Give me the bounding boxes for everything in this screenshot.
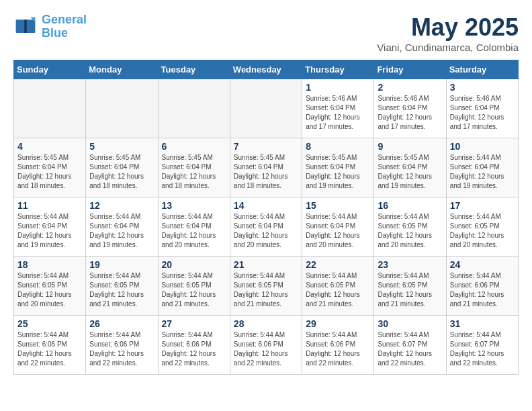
day-info: Sunrise: 5:44 AM Sunset: 6:04 PM Dayligh… — [450, 153, 515, 191]
header-saturday: Saturday — [446, 60, 518, 79]
logo-icon — [13, 15, 38, 39]
day-info: Sunrise: 5:46 AM Sunset: 6:04 PM Dayligh… — [378, 94, 442, 132]
calendar-cell: 17Sunrise: 5:44 AM Sunset: 6:05 PM Dayli… — [446, 197, 518, 257]
day-info: Sunrise: 5:46 AM Sunset: 6:04 PM Dayligh… — [306, 94, 370, 132]
day-number: 3 — [450, 82, 515, 93]
day-info: Sunrise: 5:45 AM Sunset: 6:04 PM Dayligh… — [162, 153, 226, 191]
day-info: Sunrise: 5:45 AM Sunset: 6:04 PM Dayligh… — [234, 153, 298, 191]
header-monday: Monday — [86, 60, 158, 79]
calendar-cell: 20Sunrise: 5:44 AM Sunset: 6:05 PM Dayli… — [158, 257, 230, 316]
calendar-subtitle: Viani, Cundinamarca, Colombia — [377, 42, 519, 53]
calendar-cell: 21Sunrise: 5:44 AM Sunset: 6:05 PM Dayli… — [230, 257, 302, 316]
logo-line2: Blue — [42, 26, 68, 40]
day-info: Sunrise: 5:44 AM Sunset: 6:05 PM Dayligh… — [234, 271, 298, 309]
calendar-title: May 2025 — [377, 13, 519, 42]
logo-line1: General — [42, 13, 87, 26]
day-number: 18 — [17, 259, 82, 270]
calendar-cell: 25Sunrise: 5:44 AM Sunset: 6:06 PM Dayli… — [14, 316, 86, 375]
calendar-header: Sunday Monday Tuesday Wednesday Thursday… — [14, 60, 519, 79]
calendar-cell: 28Sunrise: 5:44 AM Sunset: 6:06 PM Dayli… — [230, 316, 302, 375]
day-info: Sunrise: 5:44 AM Sunset: 6:05 PM Dayligh… — [378, 212, 442, 250]
week-row-2: 4Sunrise: 5:45 AM Sunset: 6:04 PM Daylig… — [14, 138, 519, 197]
day-number: 11 — [17, 200, 82, 211]
calendar-cell — [158, 79, 230, 138]
day-info: Sunrise: 5:44 AM Sunset: 6:05 PM Dayligh… — [306, 271, 370, 309]
day-info: Sunrise: 5:44 AM Sunset: 6:05 PM Dayligh… — [17, 271, 82, 309]
calendar-cell: 1Sunrise: 5:46 AM Sunset: 6:04 PM Daylig… — [302, 79, 374, 138]
svg-rect-2 — [26, 19, 35, 33]
header-sunday: Sunday — [14, 60, 86, 79]
day-info: Sunrise: 5:44 AM Sunset: 6:06 PM Dayligh… — [162, 330, 226, 368]
calendar-cell: 9Sunrise: 5:45 AM Sunset: 6:04 PM Daylig… — [374, 138, 446, 197]
day-number: 8 — [306, 141, 370, 152]
header-tuesday: Tuesday — [158, 60, 230, 79]
page-header: General Blue May 2025 Viani, Cundinamarc… — [13, 13, 519, 53]
day-number: 27 — [162, 318, 226, 329]
day-info: Sunrise: 5:44 AM Sunset: 6:04 PM Dayligh… — [306, 212, 370, 250]
day-number: 14 — [234, 200, 298, 211]
day-info: Sunrise: 5:44 AM Sunset: 6:06 PM Dayligh… — [306, 330, 370, 368]
day-number: 28 — [234, 318, 298, 329]
day-info: Sunrise: 5:44 AM Sunset: 6:06 PM Dayligh… — [234, 330, 298, 368]
day-number: 15 — [306, 200, 370, 211]
day-number: 9 — [378, 141, 442, 152]
calendar-cell: 10Sunrise: 5:44 AM Sunset: 6:04 PM Dayli… — [446, 138, 518, 197]
header-wednesday: Wednesday — [230, 60, 302, 79]
day-number: 17 — [450, 200, 515, 211]
calendar-cell: 22Sunrise: 5:44 AM Sunset: 6:05 PM Dayli… — [302, 257, 374, 316]
calendar-cell — [230, 79, 302, 138]
calendar-cell: 8Sunrise: 5:45 AM Sunset: 6:04 PM Daylig… — [302, 138, 374, 197]
day-number: 31 — [450, 318, 515, 329]
calendar-cell: 23Sunrise: 5:44 AM Sunset: 6:05 PM Dayli… — [374, 257, 446, 316]
calendar-cell: 14Sunrise: 5:44 AM Sunset: 6:04 PM Dayli… — [230, 197, 302, 257]
calendar-cell: 15Sunrise: 5:44 AM Sunset: 6:04 PM Dayli… — [302, 197, 374, 257]
week-row-1: 1Sunrise: 5:46 AM Sunset: 6:04 PM Daylig… — [14, 79, 519, 138]
day-number: 21 — [234, 259, 298, 270]
calendar-cell: 12Sunrise: 5:44 AM Sunset: 6:04 PM Dayli… — [86, 197, 158, 257]
day-number: 13 — [162, 200, 226, 211]
day-number: 6 — [162, 141, 226, 152]
day-info: Sunrise: 5:44 AM Sunset: 6:05 PM Dayligh… — [162, 271, 226, 309]
calendar-cell: 18Sunrise: 5:44 AM Sunset: 6:05 PM Dayli… — [14, 257, 86, 316]
day-info: Sunrise: 5:44 AM Sunset: 6:04 PM Dayligh… — [89, 212, 154, 250]
calendar-cell: 19Sunrise: 5:44 AM Sunset: 6:05 PM Dayli… — [86, 257, 158, 316]
calendar-cell: 11Sunrise: 5:44 AM Sunset: 6:04 PM Dayli… — [14, 197, 86, 257]
day-number: 30 — [378, 318, 442, 329]
day-info: Sunrise: 5:45 AM Sunset: 6:04 PM Dayligh… — [378, 153, 442, 191]
day-info: Sunrise: 5:44 AM Sunset: 6:07 PM Dayligh… — [378, 330, 442, 368]
logo: General Blue — [13, 13, 87, 40]
day-number: 5 — [89, 141, 154, 152]
calendar-cell: 6Sunrise: 5:45 AM Sunset: 6:04 PM Daylig… — [158, 138, 230, 197]
calendar-cell: 29Sunrise: 5:44 AM Sunset: 6:06 PM Dayli… — [302, 316, 374, 375]
day-number: 1 — [306, 82, 370, 93]
day-number: 26 — [89, 318, 154, 329]
day-info: Sunrise: 5:45 AM Sunset: 6:04 PM Dayligh… — [17, 153, 82, 191]
calendar-cell: 3Sunrise: 5:46 AM Sunset: 6:04 PM Daylig… — [446, 79, 518, 138]
calendar-cell — [86, 79, 158, 138]
calendar-cell: 16Sunrise: 5:44 AM Sunset: 6:05 PM Dayli… — [374, 197, 446, 257]
day-number: 24 — [450, 259, 515, 270]
day-info: Sunrise: 5:46 AM Sunset: 6:04 PM Dayligh… — [450, 94, 515, 132]
day-number: 20 — [162, 259, 226, 270]
day-number: 2 — [378, 82, 442, 93]
day-info: Sunrise: 5:44 AM Sunset: 6:05 PM Dayligh… — [378, 271, 442, 309]
weekday-header-row: Sunday Monday Tuesday Wednesday Thursday… — [14, 60, 519, 79]
calendar-cell: 30Sunrise: 5:44 AM Sunset: 6:07 PM Dayli… — [374, 316, 446, 375]
calendar-cell: 2Sunrise: 5:46 AM Sunset: 6:04 PM Daylig… — [374, 79, 446, 138]
day-info: Sunrise: 5:44 AM Sunset: 6:05 PM Dayligh… — [89, 271, 154, 309]
day-number: 4 — [17, 141, 82, 152]
calendar-cell: 5Sunrise: 5:45 AM Sunset: 6:04 PM Daylig… — [86, 138, 158, 197]
calendar-cell: 31Sunrise: 5:44 AM Sunset: 6:07 PM Dayli… — [446, 316, 518, 375]
day-number: 10 — [450, 141, 515, 152]
day-number: 16 — [378, 200, 442, 211]
day-info: Sunrise: 5:45 AM Sunset: 6:04 PM Dayligh… — [306, 153, 370, 191]
day-number: 12 — [89, 200, 154, 211]
day-info: Sunrise: 5:44 AM Sunset: 6:06 PM Dayligh… — [89, 330, 154, 368]
day-info: Sunrise: 5:45 AM Sunset: 6:04 PM Dayligh… — [89, 153, 154, 191]
header-friday: Friday — [374, 60, 446, 79]
day-number: 22 — [306, 259, 370, 270]
week-row-3: 11Sunrise: 5:44 AM Sunset: 6:04 PM Dayli… — [14, 197, 519, 257]
day-info: Sunrise: 5:44 AM Sunset: 6:06 PM Dayligh… — [17, 330, 82, 368]
day-number: 7 — [234, 141, 298, 152]
calendar-cell: 27Sunrise: 5:44 AM Sunset: 6:06 PM Dayli… — [158, 316, 230, 375]
